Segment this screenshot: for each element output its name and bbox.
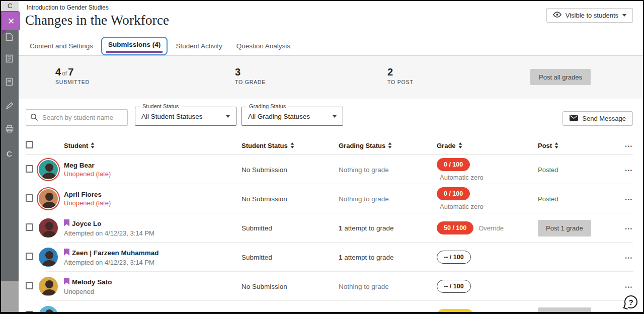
grading-status: Nothing to grade: [339, 312, 437, 314]
grading-status: Nothing to grade: [339, 283, 437, 290]
col-post[interactable]: Post: [538, 142, 618, 149]
grade-pill[interactable]: 50 / 100: [437, 221, 473, 234]
bookmark-flag-icon: [64, 249, 69, 258]
student-status: Submitted: [242, 254, 339, 261]
table-options-menu[interactable]: •••: [625, 144, 633, 149]
chevron-down-icon: [333, 115, 337, 118]
close-button-fold: [2, 30, 7, 35]
col-student-status[interactable]: Student Status: [242, 142, 339, 149]
visibility-dropdown[interactable]: Visible to students: [546, 8, 633, 23]
student-status-select[interactable]: Student Status All Student Statuses: [135, 107, 236, 126]
row-checkbox[interactable]: [26, 253, 33, 260]
col-grade[interactable]: Grade: [437, 142, 538, 149]
submission-subtext: Attempted on 4/12/23, 3:14 PM: [64, 259, 242, 266]
assessment-panel: Introduction to Gender Studies Changes i…: [19, 1, 643, 312]
row-checkbox[interactable]: [26, 194, 33, 202]
grade-note: Automatic zero: [440, 203, 538, 210]
row-options-menu[interactable]: •••: [625, 226, 633, 231]
sort-icon: [388, 142, 392, 148]
avatar: [38, 276, 59, 297]
stat-to-post: 2 TO POST: [387, 66, 414, 85]
row-checkbox[interactable]: [26, 165, 33, 173]
table-row: Zeen | Farzeen Muhammad Attempted on 4/1…: [26, 243, 633, 272]
avatar: [38, 217, 59, 239]
avatar: [38, 188, 59, 209]
submission-stats-bar: 4of7 SUBMITTED 3 TO GRADE 2 TO POST Post…: [19, 56, 643, 99]
send-message-button[interactable]: Send Message: [562, 111, 633, 126]
row-options-menu[interactable]: •••: [625, 285, 633, 290]
background-heading-letter: C: [8, 2, 12, 10]
search-input[interactable]: [26, 109, 128, 126]
student-name-link[interactable]: Zeen | Farzeen Muhammad: [72, 249, 159, 257]
avatar: [38, 159, 59, 180]
student-name-link[interactable]: Meg Bear: [64, 162, 95, 169]
grade-note: Automatic zero: [440, 174, 538, 181]
row-options-menu[interactable]: •••: [625, 197, 633, 202]
grade-pill[interactable]: 70 / 100: [437, 309, 473, 314]
tab-student-activity[interactable]: Student Activity: [170, 38, 228, 54]
background-heading-letter: C: [7, 149, 12, 158]
student-status-select-label: Student Status: [140, 103, 181, 109]
help-button[interactable]: ?: [624, 295, 637, 308]
submissions-content: Student Status All Student Statuses Grad…: [19, 106, 643, 314]
sort-icon: [91, 142, 95, 148]
grade-pill[interactable]: 0 / 100: [437, 158, 470, 171]
grading-status: Nothing to grade: [339, 166, 437, 174]
tab-question-analysis[interactable]: Question Analysis: [230, 38, 296, 54]
table-row: Arden Tuomala Submitted Nothing to grade…: [26, 301, 633, 314]
grading-status: 1 attempt to grade: [339, 254, 437, 261]
question-mark-icon: ?: [628, 298, 633, 306]
row-checkbox[interactable]: [26, 223, 33, 231]
select-all-checkbox[interactable]: [26, 141, 33, 148]
post-grade-button[interactable]: Post 1 grade: [538, 220, 591, 237]
posted-status: Posted: [538, 195, 558, 203]
student-status: No Submission: [242, 283, 339, 290]
submissions-table: Student Student Status Grading Status Gr…: [26, 136, 633, 314]
printer-icon: [6, 125, 14, 135]
filter-row: Student Status All Student Statuses Grad…: [26, 106, 633, 126]
stat-to-grade: 3 TO GRADE: [235, 66, 266, 85]
student-status: Submitted: [242, 224, 339, 232]
tab-content-and-settings[interactable]: Content and Settings: [24, 38, 99, 54]
table-header: Student Student Status Grading Status Gr…: [26, 136, 633, 155]
grading-status-select-value: All Grading Statuses: [248, 113, 310, 120]
sort-icon: [290, 142, 294, 148]
student-status-select-value: All Student Statuses: [141, 113, 203, 120]
tab-submissions[interactable]: Submissions (4): [101, 37, 168, 55]
stat-submitted: 4of7 SUBMITTED: [55, 66, 90, 85]
post-grade-button[interactable]: Post 1 grade: [538, 307, 591, 314]
grade-pill[interactable]: 0 / 100: [437, 187, 470, 200]
student-name-link[interactable]: Arden Tuomala: [64, 312, 113, 314]
visibility-label: Visible to students: [566, 12, 618, 19]
table-row: Meg Bear Unopened (late) No Submission N…: [26, 155, 633, 184]
chevron-down-icon: [226, 115, 230, 118]
close-panel-button[interactable]: ✕: [2, 12, 20, 30]
table-row: Melody Sato Unopened No Submission Nothi…: [26, 272, 633, 301]
row-options-menu[interactable]: •••: [625, 168, 633, 173]
row-checkbox[interactable]: [26, 311, 33, 314]
grade-pill[interactable]: -- / 100: [437, 280, 471, 293]
student-name-link[interactable]: Joyce Lo: [72, 220, 102, 227]
app-window: C C ✕ Introduction to Gender Studies Cha…: [0, 0, 644, 314]
avatar: [38, 247, 59, 268]
calculator-icon: [6, 54, 13, 65]
close-icon: ✕: [8, 16, 15, 27]
col-grading-status[interactable]: Grading Status: [339, 142, 437, 149]
avatar: [38, 305, 59, 314]
student-name-link[interactable]: Melody Sato: [72, 278, 112, 286]
grading-status-select[interactable]: Grading Status All Grading Statuses: [242, 107, 343, 126]
student-status: No Submission: [242, 195, 339, 203]
row-checkbox[interactable]: [26, 282, 33, 289]
page-header: Introduction to Gender Studies Changes i…: [19, 1, 643, 36]
col-student[interactable]: Student: [64, 142, 242, 149]
row-options-menu[interactable]: •••: [625, 256, 633, 261]
grade-pill[interactable]: -- / 100: [437, 251, 471, 264]
posted-status: Posted: [538, 166, 558, 174]
eye-icon: [553, 12, 561, 19]
student-name-link[interactable]: April Flores: [64, 191, 102, 198]
grade-override-note: Override: [478, 224, 504, 232]
post-all-grades-button[interactable]: Post all grades: [530, 69, 591, 85]
pen-icon: [6, 102, 14, 112]
bookmark-flag-icon: [64, 278, 69, 287]
notebook-icon: [6, 77, 13, 88]
